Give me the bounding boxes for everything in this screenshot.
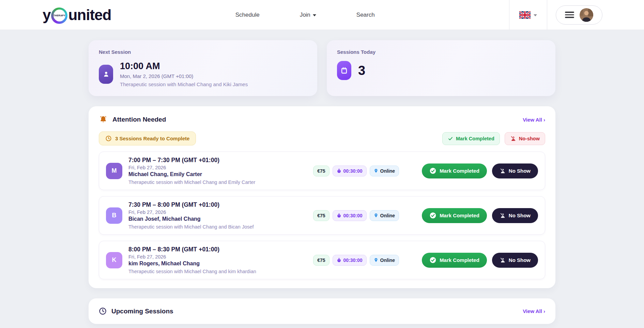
attention-title: Attention Needed <box>112 116 166 123</box>
session-time: 7:00 PM – 7:30 PM (GMT +01:00) <box>128 157 255 164</box>
legend-no-show-button[interactable]: No-show <box>505 132 545 145</box>
stopwatch-icon <box>337 169 341 173</box>
session-avatar: K <box>106 252 122 268</box>
session-participants: Bican Josef, Michael Chang <box>128 216 254 222</box>
account-menu-button[interactable] <box>556 5 602 25</box>
next-session-label: Next Session <box>99 49 307 55</box>
nav-join[interactable]: Join <box>300 12 316 18</box>
session-info: 8:00 PM – 8:30 PM (GMT +01:00) Fri, Feb … <box>128 246 256 274</box>
chevron-down-icon <box>313 14 316 16</box>
session-time: 8:00 PM – 8:30 PM (GMT +01:00) <box>128 246 256 253</box>
logo-text-right: united <box>68 6 111 24</box>
attention-needed-card: Attention Needed View All › 3 Sessions R… <box>89 106 555 288</box>
price-badge: €75 <box>313 210 329 221</box>
map-pin-icon <box>374 213 378 218</box>
session-row: K 8:00 PM – 8:30 PM (GMT +01:00) Fri, Fe… <box>99 241 545 279</box>
uk-flag-icon <box>519 11 531 19</box>
session-time: 7:30 PM – 8:00 PM (GMT +01:00) <box>128 201 254 208</box>
upcoming-view-all-link[interactable]: View All › <box>523 308 545 314</box>
user-avatar <box>580 8 593 22</box>
session-date: Fri, Feb 27, 2026 <box>128 254 256 260</box>
person-slash-icon <box>500 213 506 219</box>
location-badge: Online <box>370 255 399 266</box>
session-description: Therapeutic session with Michael Chang a… <box>128 224 254 230</box>
nav-search[interactable]: Search <box>356 12 375 18</box>
top-navbar: y THERAPY united Schedule Join Search <box>0 0 644 30</box>
session-row: B 7:30 PM – 8:00 PM (GMT +01:00) Fri, Fe… <box>99 196 545 235</box>
sessions-today-count: 3 <box>358 63 365 78</box>
session-info: 7:30 PM – 8:00 PM (GMT +01:00) Fri, Feb … <box>128 201 254 230</box>
session-row: M 7:00 PM – 7:30 PM (GMT +01:00) Fri, Fe… <box>99 152 545 190</box>
no-show-button[interactable]: No Show <box>492 163 538 178</box>
upcoming-title: Upcoming Sessions <box>111 308 173 315</box>
no-show-button[interactable]: No Show <box>492 208 538 223</box>
upcoming-title-row: Upcoming Sessions <box>99 307 173 315</box>
mark-completed-button[interactable]: Mark Completed <box>422 163 487 178</box>
legend-mark-completed-button[interactable]: Mark Completed <box>442 132 500 145</box>
divider <box>547 0 547 30</box>
session-participants: kim Rogers, Michael Chang <box>128 261 256 267</box>
person-slash-icon <box>500 168 506 174</box>
clock-icon <box>105 135 112 142</box>
location-badge: Online <box>370 166 399 176</box>
duration-badge: 00:30:00 <box>333 255 367 266</box>
attention-title-row: Attention Needed <box>99 115 166 124</box>
session-description: Therapeutic session with Michael Chang a… <box>128 179 255 185</box>
next-session-time: 10:00 AM <box>120 61 248 72</box>
session-avatar: M <box>106 163 122 179</box>
session-info: 7:00 PM – 7:30 PM (GMT +01:00) Fri, Feb … <box>128 157 255 185</box>
main-nav: Schedule Join Search <box>111 12 499 18</box>
price-badge: €75 <box>313 166 329 176</box>
stats-row: Next Session 10:00 AM Mon, Mar 2, 2026 (… <box>89 40 555 96</box>
sessions-today-label: Sessions Today <box>337 49 545 55</box>
clock-icon <box>99 307 107 315</box>
logo-text-left: y <box>43 6 50 24</box>
duration-badge: 00:30:00 <box>333 210 367 221</box>
mark-completed-button[interactable]: Mark Completed <box>422 253 487 268</box>
session-description: Therapeutic session with Michael Chang a… <box>128 269 256 274</box>
location-badge: Online <box>370 210 399 221</box>
map-pin-icon <box>374 257 378 263</box>
next-session-date: Mon, Mar 2, 2026 (GMT +01:00) <box>120 73 248 79</box>
legend-buttons: Mark Completed No-show <box>442 132 545 145</box>
sessions-ready-badge: 3 Sessions Ready to Complete <box>99 131 196 145</box>
menu-icon <box>565 12 574 18</box>
calendar-icon <box>337 61 351 80</box>
logo-circle-label: THERAPY <box>53 10 65 21</box>
bell-icon <box>99 115 108 124</box>
next-session-card: Next Session 10:00 AM Mon, Mar 2, 2026 (… <box>89 40 317 96</box>
session-date: Fri, Feb 27, 2026 <box>128 165 255 170</box>
logo-ring-icon: THERAPY <box>51 7 67 24</box>
mark-completed-button[interactable]: Mark Completed <box>422 208 487 223</box>
page-content: Next Session 10:00 AM Mon, Mar 2, 2026 (… <box>89 30 555 324</box>
no-show-button[interactable]: No Show <box>492 253 538 268</box>
language-selector[interactable] <box>509 11 547 19</box>
app-logo[interactable]: y THERAPY united <box>43 6 111 24</box>
check-circle-icon <box>429 167 436 174</box>
attention-view-all-link[interactable]: View All › <box>523 117 545 123</box>
session-date: Fri, Feb 27, 2026 <box>128 209 254 215</box>
session-participants: Michael Chang, Emily Carter <box>128 171 255 177</box>
person-slash-icon <box>510 136 516 142</box>
check-circle-icon <box>429 256 436 264</box>
next-session-description: Therapeutic session with Michael Chang a… <box>120 81 248 87</box>
check-circle-icon <box>429 212 436 219</box>
map-pin-icon <box>374 168 378 173</box>
person-icon <box>99 65 113 84</box>
header-right <box>509 0 644 30</box>
nav-schedule[interactable]: Schedule <box>235 12 260 18</box>
upcoming-sessions-card: Upcoming Sessions View All › <box>89 298 555 324</box>
chevron-down-icon <box>534 14 537 16</box>
session-avatar: B <box>106 207 122 224</box>
next-session-details: 10:00 AM Mon, Mar 2, 2026 (GMT +01:00) T… <box>120 61 248 87</box>
stopwatch-icon <box>337 213 341 218</box>
price-badge: €75 <box>313 255 329 266</box>
duration-badge: 00:30:00 <box>333 166 367 176</box>
person-slash-icon <box>500 257 506 263</box>
sessions-today-card: Sessions Today 3 <box>327 40 555 96</box>
stopwatch-icon <box>337 258 341 263</box>
check-icon <box>448 136 453 141</box>
